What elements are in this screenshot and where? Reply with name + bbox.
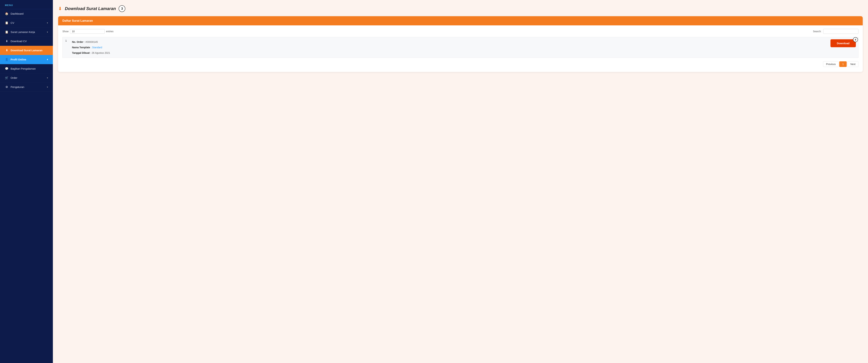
- sidebar-item-download-cv[interactable]: ⬇ Download CV: [0, 37, 53, 46]
- sidebar-item-pengaturan[interactable]: ⚙ Pengaturan ▾: [0, 83, 53, 92]
- sidebar-item-download-surat-lamaran[interactable]: ⬇ Download Surat Lamaran: [0, 46, 53, 55]
- download-badge: 4: [853, 37, 858, 42]
- cv-icon: 📋: [5, 21, 8, 25]
- row-details: No. Order : #00000145 Nama Template : St…: [70, 37, 532, 58]
- profil-icon: 👤: [5, 58, 8, 61]
- sidebar-item-label: Order: [10, 76, 17, 79]
- home-icon: 🏠: [5, 12, 8, 15]
- surat-icon: 📋: [5, 30, 8, 34]
- table-row: 1 No. Order : #00000145 Nama Template : …: [63, 37, 859, 58]
- chevron-down-icon: ▾: [47, 22, 48, 24]
- main-card: Daftar Surat Lamaran Show entries Search…: [58, 16, 863, 72]
- download-cell: Download 4: [532, 37, 858, 58]
- sidebar-menu-label: MENU: [0, 0, 53, 9]
- tanggal-dibuat-label: Tanggal Dibuat: [72, 52, 90, 54]
- download-button[interactable]: Download 4: [831, 39, 856, 47]
- sidebar-item-profil-online[interactable]: 👤 Profil Online ▾: [0, 55, 53, 64]
- cart-icon: 🛒: [5, 76, 8, 80]
- sidebar-item-dashboard[interactable]: 🏠 Dashboard: [0, 9, 53, 18]
- entries-input[interactable]: [70, 29, 105, 34]
- download-header-icon: ⬇: [58, 6, 62, 11]
- pagination: Previous 1 Next: [62, 61, 859, 67]
- tanggal-dibuat-value: : 26 Agustus 2021: [90, 52, 110, 54]
- download-surat-icon: ⬇: [5, 49, 8, 52]
- card-body: Show entries Search: 1 No. Order: [58, 25, 863, 72]
- sidebar-item-label: Download CV: [10, 40, 27, 43]
- show-entries-group: Show entries: [62, 29, 114, 34]
- sidebar-item-label: Pengaturan: [10, 86, 24, 88]
- search-label: Search:: [813, 30, 822, 33]
- sidebar-item-cv[interactable]: 📋 CV ▾: [0, 18, 53, 28]
- download-button-label: Download: [837, 42, 849, 45]
- sidebar-item-surat-lamaran-kerja[interactable]: 📋 Surat Lamaran Kerja ▾: [0, 28, 53, 37]
- sidebar-item-label: Surat Lamaran Kerja: [10, 30, 35, 33]
- page-header: ⬇ Download Surat Lamaran 3: [58, 5, 863, 12]
- chevron-down-icon: ▾: [47, 77, 48, 79]
- sidebar-item-label: Bagikan Pengalaman: [10, 67, 36, 70]
- chevron-down-icon: ▾: [47, 58, 48, 61]
- row-number: 1: [63, 37, 70, 58]
- nama-template-value: : Standard: [91, 46, 102, 49]
- no-order-value: : #00000145: [84, 40, 98, 43]
- sidebar-item-label: Dashboard: [10, 12, 24, 15]
- sidebar-item-label: CV: [10, 21, 14, 24]
- sidebar-item-label: Profil Online: [10, 58, 26, 61]
- nama-template-label: Nama Template: [72, 46, 90, 49]
- sidebar: MENU 🏠 Dashboard 📋 CV ▾ 📋 Surat Lamaran …: [0, 0, 53, 363]
- chevron-down-icon: ▾: [47, 31, 48, 33]
- page-1-button[interactable]: 1: [839, 61, 847, 67]
- sidebar-item-order[interactable]: 🛒 Order ▾: [0, 73, 53, 83]
- main-content: ⬇ Download Surat Lamaran 3 Daftar Surat …: [53, 0, 868, 363]
- sidebar-item-label: Download Surat Lamaran: [10, 49, 42, 52]
- page-title: Download Surat Lamaran: [65, 6, 116, 11]
- sidebar-item-bagikan-pengalaman[interactable]: 💬 Bagikan Pengalaman: [0, 64, 53, 73]
- table-controls: Show entries Search:: [62, 29, 859, 34]
- gear-icon: ⚙: [5, 85, 8, 89]
- download-cv-icon: ⬇: [5, 39, 8, 43]
- data-table: 1 No. Order : #00000145 Nama Template : …: [62, 37, 859, 58]
- search-input[interactable]: [823, 29, 859, 34]
- chevron-down-icon: ▾: [47, 86, 48, 88]
- show-label: Show: [62, 30, 68, 33]
- entries-label: entries: [106, 30, 114, 33]
- page-badge: 3: [119, 5, 125, 12]
- card-header: Daftar Surat Lamaran: [58, 16, 863, 25]
- chat-icon: 💬: [5, 67, 8, 70]
- no-order-label: No. Order: [72, 40, 84, 43]
- next-button[interactable]: Next: [847, 61, 859, 67]
- search-group: Search:: [813, 29, 859, 34]
- previous-button[interactable]: Previous: [823, 61, 839, 67]
